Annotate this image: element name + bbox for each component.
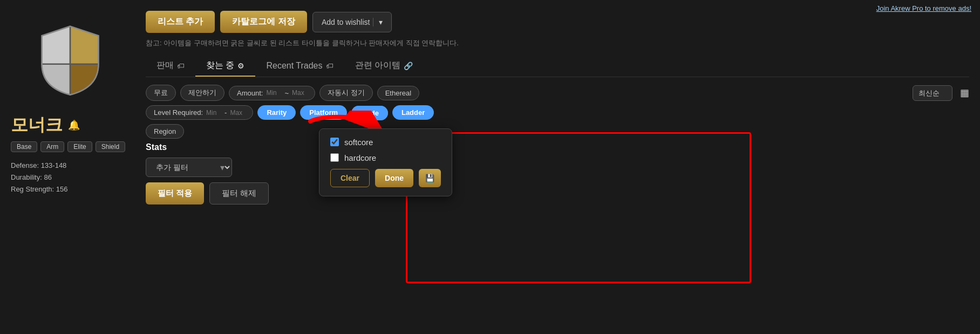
tab-recent-trades-label: Recent Trades xyxy=(266,61,322,71)
amount-min-input[interactable] xyxy=(266,89,281,97)
wishlist-chevron-icon[interactable]: ▾ xyxy=(373,18,383,26)
stats-filter-select[interactable]: 추가 필터 xyxy=(146,158,232,177)
hardcore-checkbox[interactable] xyxy=(330,153,339,162)
stats-filter-row: 추가 필터 ▾ xyxy=(146,158,969,177)
sort-select[interactable]: 최신순 가격순 오래된순 xyxy=(913,85,952,101)
level-max-input[interactable] xyxy=(230,109,245,117)
tag-shield: Shield xyxy=(96,141,125,152)
filter-row-3: Region xyxy=(146,126,969,136)
tabs-row: 판매 🏷 찾는 중 ⚙ Recent Trades 🏷 관련 아이템 🔗 xyxy=(146,56,969,77)
softcore-label: softcore xyxy=(344,138,373,147)
clear-button[interactable]: Clear xyxy=(330,169,370,187)
done-button[interactable]: Done xyxy=(375,169,413,187)
stat-durability: Durability: 86 xyxy=(11,172,130,183)
softcore-checkbox[interactable] xyxy=(330,138,339,146)
filter-auto-price[interactable]: 자동시 정기 xyxy=(319,85,373,101)
level-label: Level Required: xyxy=(154,108,203,117)
stats-section: Stats 추가 필터 ▾ 필터 적용 필터 해제 xyxy=(146,142,969,205)
filter-ladder[interactable]: Ladder xyxy=(392,105,434,120)
filter-propose[interactable]: 제안하기 xyxy=(180,85,224,101)
filter-amount[interactable]: Amount: ~ xyxy=(229,86,315,100)
item-image xyxy=(27,16,113,103)
tab-related-label: 관련 아이템 xyxy=(355,60,400,71)
gear-icon: ⚙ xyxy=(237,62,244,70)
reset-filter-button[interactable]: 필터 해제 xyxy=(209,182,269,205)
tab-sell[interactable]: 판매 🏷 xyxy=(146,56,195,77)
add-list-button[interactable]: 리스트 추가 xyxy=(146,11,215,33)
filter-mode[interactable]: Mode xyxy=(351,106,388,120)
filter-ethereal[interactable]: Ethereal xyxy=(377,86,419,100)
stat-req-strength: Reg Strength: 156 xyxy=(11,183,130,195)
link-icon: 🔗 xyxy=(404,62,413,70)
price-tag-icon: 🏷 xyxy=(326,62,334,70)
dropdown-actions: Clear Done 💾 xyxy=(330,169,441,187)
wishlist-button-group[interactable]: Add to wishlist ▾ xyxy=(312,12,392,32)
filter-mode-container: Mode softcore hardcore Clear Done xyxy=(351,108,388,118)
hardcore-label: hardcore xyxy=(344,153,376,162)
filter-row-2: Level Required: - Rarity Platform Mode s… xyxy=(146,105,969,120)
filter-free[interactable]: 무료 xyxy=(146,85,176,101)
wishlist-label: Add to wishlist xyxy=(322,18,370,26)
stats-title: Stats xyxy=(146,142,969,152)
tag-icon: 🏷 xyxy=(177,62,185,70)
tag-arm: Arm xyxy=(40,141,64,152)
filter-row-1: 무료 제안하기 Amount: ~ 자동시 정기 Ethereal 최신순 가격… xyxy=(146,85,969,101)
tag-base: Base xyxy=(11,141,37,152)
filter-level[interactable]: Level Required: - xyxy=(146,105,253,120)
tab-searching-label: 찾는 중 xyxy=(206,60,234,71)
mode-dropdown: softcore hardcore Clear Done 💾 xyxy=(319,128,452,196)
amount-dash: ~ xyxy=(284,89,289,97)
filter-rarity[interactable]: Rarity xyxy=(257,105,296,120)
filter-region[interactable]: Region xyxy=(146,124,184,139)
level-min-input[interactable] xyxy=(206,109,221,117)
save-catalog-button[interactable]: 카탈로그에 저장 xyxy=(220,11,307,33)
stat-defense: Defense: 133-148 xyxy=(11,160,130,172)
bell-icon[interactable]: 🔔 xyxy=(68,119,80,131)
amount-label: Amount: xyxy=(237,89,263,97)
softcore-row: softcore xyxy=(330,138,441,147)
item-name-text: 모너크 xyxy=(11,113,63,137)
item-tags: Base Arm Elite Shield xyxy=(11,141,130,152)
tab-searching[interactable]: 찾는 중 ⚙ xyxy=(195,56,255,77)
action-row: 리스트 추가 카탈로그에 저장 Add to wishlist ▾ xyxy=(146,11,969,33)
filter-platform[interactable]: Platform xyxy=(300,105,347,120)
item-stats: Defense: 133-148 Durability: 86 Reg Stre… xyxy=(11,160,130,195)
item-name: 모너크 🔔 xyxy=(11,113,130,137)
save-button[interactable]: 💾 xyxy=(419,169,441,187)
tab-recent-trades[interactable]: Recent Trades 🏷 xyxy=(255,57,344,76)
grid-view-icon[interactable]: ▦ xyxy=(960,87,969,99)
apply-reset-row: 필터 적용 필터 해제 xyxy=(146,182,969,205)
promo-link[interactable]: Join Akrew Pro to remove ads! xyxy=(876,4,971,12)
save-icon: 💾 xyxy=(425,174,434,182)
note-text: 참고: 아이템을 구매하려면 굵은 글씨로 된 리스트 타이틀을 클릭하거나 판… xyxy=(146,38,969,48)
level-dash: - xyxy=(224,108,227,117)
hardcore-row: hardcore xyxy=(330,153,441,162)
amount-max-input[interactable] xyxy=(292,89,307,97)
right-panel: 리스트 추가 카탈로그에 저장 Add to wishlist ▾ 참고: 아이… xyxy=(146,11,969,205)
main-layout: 모너크 🔔 Base Arm Elite Shield Defense: 133… xyxy=(0,0,980,205)
apply-filter-button[interactable]: 필터 적용 xyxy=(146,182,204,205)
left-panel: 모너크 🔔 Base Arm Elite Shield Defense: 133… xyxy=(11,11,130,205)
tag-elite: Elite xyxy=(67,141,92,152)
tab-sell-label: 판매 xyxy=(156,60,174,71)
tab-related-items[interactable]: 관련 아이템 🔗 xyxy=(344,56,424,77)
